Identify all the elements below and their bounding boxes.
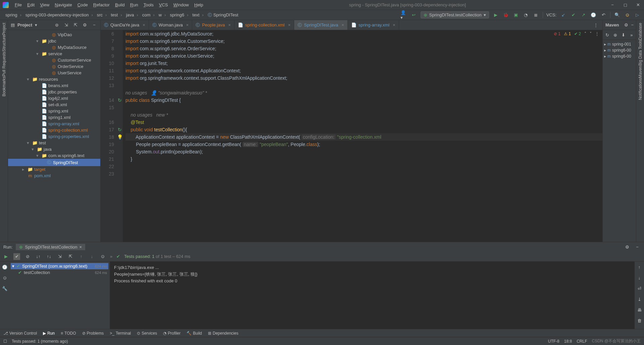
menu-navigate[interactable]: Navigate xyxy=(52,2,74,7)
tree-item[interactable]: ▾📁java xyxy=(8,146,100,152)
editor-tab[interactable]: 📄spring-collection.xml× xyxy=(234,20,294,30)
vcs-history-icon[interactable]: 🕘 xyxy=(590,12,597,18)
expand-all-icon[interactable]: ⇲ xyxy=(56,253,63,260)
editor-tab[interactable]: ⒸSpringDITest.java× xyxy=(294,20,347,30)
close-tab-icon[interactable]: × xyxy=(288,22,291,27)
tree-item[interactable]: 📄set-di.xml xyxy=(8,101,100,108)
tree-item[interactable]: 📄spring-collection.xml xyxy=(8,127,100,133)
menu-file[interactable]: File xyxy=(12,2,24,7)
reload-icon[interactable]: ↻ xyxy=(604,31,610,38)
up-icon[interactable]: ↑ xyxy=(636,264,643,270)
sort2-icon[interactable]: ↑↓ xyxy=(46,253,52,260)
tool-tab-notifications[interactable]: Notifications xyxy=(638,78,643,100)
ok-indicator[interactable]: ✔ 2 xyxy=(574,31,581,36)
sort-icon[interactable]: ↓↑ xyxy=(35,253,42,260)
debug-icon[interactable]: 🐞 xyxy=(502,12,509,18)
bottom-tool-problems[interactable]: ⊘Problems xyxy=(82,331,104,336)
gear-icon[interactable]: ⚙ xyxy=(624,244,631,250)
tree-item[interactable]: ◎UserService xyxy=(8,70,100,76)
tree-item[interactable]: ◎CustomerService xyxy=(8,57,100,63)
status-position[interactable]: 18:8 xyxy=(564,339,572,344)
project-view-icon[interactable]: ▤ xyxy=(11,22,15,27)
down-arrow-icon[interactable]: ˅ xyxy=(590,31,592,36)
bottom-tool-services[interactable]: ⊙Services xyxy=(137,331,157,336)
up-arrow-icon[interactable]: ˄ xyxy=(584,31,586,36)
breadcrumb[interactable]: w xyxy=(157,12,168,17)
bottom-tool-profiler[interactable]: ◔Profiler xyxy=(163,331,180,336)
test-item[interactable]: ▾✔SpringDITest (com.w.spring6.text)624 m… xyxy=(11,263,108,269)
tool-tab-pull-requests[interactable]: Pull Requests xyxy=(2,52,6,76)
tree-item[interactable]: 📄jdbc.properties xyxy=(8,89,100,95)
bottom-tool-run[interactable]: ▶Run xyxy=(43,331,55,336)
menu-edit[interactable]: Edit xyxy=(24,2,37,7)
tool-tab-big-data-tools[interactable]: Big Data Tools xyxy=(638,40,643,66)
breadcrumb[interactable]: src xyxy=(95,12,109,17)
status-separator[interactable]: CRLF xyxy=(577,339,587,344)
close-tab-icon[interactable]: × xyxy=(228,22,231,27)
collapse-all-icon[interactable]: ⇱ xyxy=(67,253,74,260)
run-tab[interactable]: ⊕ SpringDITest.testCollection × xyxy=(16,244,85,250)
expand-icon[interactable]: ⇲ xyxy=(63,22,69,28)
bottom-tool-terminal[interactable]: >_Terminal xyxy=(110,331,131,336)
breadcrumb[interactable]: spring xyxy=(3,12,23,17)
close-tab-icon[interactable]: × xyxy=(341,22,344,27)
ide-settings-icon[interactable]: ⊙ xyxy=(624,12,631,18)
bottom-tool-version-control[interactable]: ⎇Version Control xyxy=(3,331,37,336)
run-configuration-selector[interactable]: ⊕ SpringDITest.testCollection ▾ xyxy=(421,11,489,18)
next-icon[interactable]: ↓ xyxy=(89,253,95,260)
editor-tab[interactable]: ⒸQianDaYe.java× xyxy=(101,20,149,30)
close-tab-icon[interactable]: × xyxy=(143,22,145,27)
tree-item[interactable]: 📄beans.xml xyxy=(8,82,100,89)
scroll-icon[interactable]: ⤓ xyxy=(636,296,643,302)
tool-tab-maven[interactable]: Maven xyxy=(638,66,643,78)
print-icon[interactable]: 🖶 xyxy=(636,306,643,313)
menu-code[interactable]: Code xyxy=(75,2,91,7)
tree-item[interactable]: mpom.xml xyxy=(8,172,100,179)
menu-run[interactable]: Run xyxy=(127,2,141,7)
close-tab-icon[interactable]: × xyxy=(186,22,189,27)
run-icon[interactable]: ▶ xyxy=(492,12,499,18)
prev-icon[interactable]: ↑ xyxy=(78,253,85,260)
bottom-tool-build[interactable]: 🔨Build xyxy=(186,331,202,336)
generate-icon[interactable]: ⊕ xyxy=(612,31,618,38)
tool-tab-project[interactable]: Project xyxy=(2,23,6,35)
close-icon[interactable]: ✕ xyxy=(635,2,641,8)
vcs-update-icon[interactable]: ↙ xyxy=(560,12,567,18)
code-with-me-icon[interactable]: ▷ xyxy=(634,12,641,18)
tool-tab-bookmarks[interactable]: Bookmarks xyxy=(2,76,6,96)
breadcrumb[interactable]: test xyxy=(109,12,124,17)
wrench-icon[interactable]: 🔧 xyxy=(1,285,8,292)
tree-item[interactable]: ◎VipDao xyxy=(8,31,100,38)
tree-item[interactable]: ▾📁service xyxy=(8,51,100,57)
test-item[interactable]: ✔testCollection624 ms xyxy=(11,269,108,276)
clear-icon[interactable]: 🗑 xyxy=(636,317,643,324)
more-icon[interactable]: ⋮ xyxy=(595,31,599,36)
tree-item[interactable]: ▾📁com.w.spring6.text xyxy=(8,152,100,159)
tree-item[interactable]: ◎OrderService xyxy=(8,63,100,70)
status-icon[interactable]: ☐ xyxy=(3,339,7,344)
down-icon[interactable]: ↓ xyxy=(636,274,643,281)
editor-content[interactable]: ⊘ 1 ⚠ 1 ✔ 2 ˄ ˅ ⋮ import com.w.spring6.j… xyxy=(123,30,602,242)
tree-item[interactable]: ▾📁jdbc xyxy=(8,38,100,44)
menu-help[interactable]: Help xyxy=(192,2,206,7)
maven-module[interactable]: ▸mspring6-00 xyxy=(604,47,635,53)
search-icon[interactable]: 🔍 xyxy=(614,12,621,18)
vcs-rollback-icon[interactable]: ↶ xyxy=(600,12,607,18)
bottom-tool-todo[interactable]: ≡TODO xyxy=(61,331,76,336)
tree-item[interactable]: 📄spring-array.xml xyxy=(8,121,100,127)
vcs-push-icon[interactable]: ↗ xyxy=(580,12,587,18)
tree-item[interactable]: 📄spring1.xml xyxy=(8,114,100,121)
gear-icon[interactable]: ⚙ xyxy=(624,22,628,28)
menu-build[interactable]: Build xyxy=(112,2,127,7)
menu-refactor[interactable]: Refactor xyxy=(91,2,112,7)
wrap-icon[interactable]: ⏎ xyxy=(636,285,643,292)
editor-tab[interactable]: ⒸPeople.java× xyxy=(192,20,234,30)
tree-item[interactable]: ▸📁target xyxy=(8,166,100,172)
breadcrumb[interactable]: java xyxy=(124,12,140,17)
locate-icon[interactable]: ⊚ xyxy=(53,22,60,28)
show-passed-icon[interactable]: ✔ xyxy=(13,253,20,260)
status-encoding[interactable]: UTF-8 xyxy=(548,339,559,344)
menu-view[interactable]: View xyxy=(37,2,52,7)
vcs-commit-icon[interactable]: ✔ xyxy=(570,12,577,18)
breadcrumb[interactable]: ⒸSpringDITest xyxy=(206,12,243,18)
